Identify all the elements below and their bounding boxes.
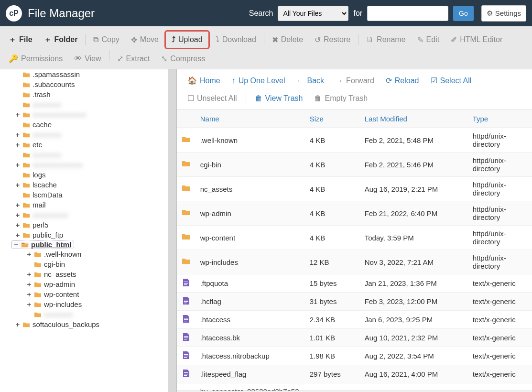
table-row[interactable]: .ftpquota 15 bytes Jan 21, 2023, 1:36 PM… [177,274,532,293]
table-row[interactable]: .htaccess.nitrobackup 1.98 KB Aug 2, 202… [177,347,532,365]
tree-item-mail[interactable]: +mail [11,200,168,210]
cpanel-logo-icon: cP [6,5,22,22]
new-folder-button[interactable]: ＋Folder [38,31,84,49]
minus-icon[interactable]: − [13,240,20,249]
permissions-button[interactable]: 🔑Permissions [3,50,68,67]
rename-button[interactable]: 🗎Rename [360,32,411,48]
forward-button[interactable]: →Forward [330,74,380,88]
tree-item--well-known[interactable]: +.well-known [23,249,168,259]
view-trash-button[interactable]: 🗑View Trash [249,91,309,106]
plus-icon[interactable]: + [14,320,21,328]
new-file-button[interactable]: ＋File [3,31,38,49]
table-row[interactable]: wp-content 4 KB Today, 3:59 PM httpd/uni… [177,226,532,250]
tree-item-etc[interactable]: +etc [11,140,168,150]
search-scope-select[interactable]: All Your Files [278,6,348,21]
cell-type: text/x-generic [469,383,532,391]
tree-item-perl5[interactable]: +perl5 [11,220,168,230]
reload-icon: ⟳ [386,76,392,85]
table-row[interactable]: nc_assets 4 KB Aug 16, 2019, 2:21 PM htt… [177,177,532,201]
plus-icon[interactable]: + [14,181,21,189]
move-button[interactable]: ✥Move [125,32,164,48]
plus-icon[interactable]: + [26,290,33,298]
col-icon[interactable] [177,110,196,128]
restore-button[interactable]: ↺Restore [309,32,356,48]
tree-item-xxxxxxxx[interactable]: xxxxxxxx [30,309,168,319]
up-one-level-button[interactable]: ↑Up One Level [226,74,291,88]
upload-button[interactable]: ⤴Upload [164,30,210,49]
tree-item-xxxxxxxxxxxxxxx[interactable]: +xxxxxxxxxxxxxxx [11,109,168,120]
tree-item-xxxxxxxxxxxxxx[interactable]: +xxxxxxxxxxxxxx [11,160,168,170]
plus-icon[interactable]: + [26,280,33,288]
tree-item-xxxxxxxx[interactable]: xxxxxxxx [18,99,168,109]
settings-button[interactable]: ⚙ Settings [481,5,526,22]
home-button[interactable]: 🏠Home [182,73,226,88]
table-row[interactable]: .htaccess 2.34 KB Jan 6, 2023, 9:25 PM t… [177,311,532,329]
empty-trash-button[interactable]: 🗑Empty Trash [308,91,373,106]
table-row[interactable]: cgi-bin 4 KB Feb 2, 2021, 5:46 PM httpd/… [177,152,532,177]
cell-type: httpd/unix-directory [469,177,532,201]
table-row[interactable]: .htaccess.bk 1.01 KB Aug 10, 2021, 2:32 … [177,329,532,347]
tree-item-logs[interactable]: logs [18,170,168,180]
tree-item-nc-assets[interactable]: +nc_assets [23,269,168,279]
download-button[interactable]: ⤵Download [210,32,262,48]
tree-item--subaccounts[interactable]: .subaccounts [18,79,168,89]
tree-item--spamassassin[interactable]: .spamassassin [18,69,168,79]
tree-item-cgi-bin[interactable]: cgi-bin [30,259,168,269]
col-name[interactable]: Name [196,110,306,128]
table-row[interactable]: .litespeed_flag 297 bytes Aug 16, 2021, … [177,365,532,383]
table-row[interactable]: .hcflag 31 bytes Feb 3, 2023, 12:00 PM t… [177,293,532,311]
tree-item-public-ftp[interactable]: +public_ftp [11,230,168,240]
cell-name: nc_assets [196,177,306,201]
plus-icon[interactable]: + [14,201,21,209]
plus-icon[interactable]: + [14,131,21,139]
tree-item-cache[interactable]: cache [18,120,168,130]
table-row[interactable]: wp-includes 12 KB Nov 3, 2022, 7:21 AM h… [177,250,532,274]
plus-icon[interactable]: + [26,300,33,308]
tree-item--trash[interactable]: .trash [18,89,168,99]
tree-item-lscache[interactable]: +lscache [11,180,168,190]
tree-item-xxxxxxxxxx[interactable]: +xxxxxxxxxx [11,210,168,220]
plus-icon[interactable]: + [26,270,33,278]
col-size[interactable]: Size [306,110,361,128]
copy-button[interactable]: ⧉Copy [87,32,125,48]
col-type[interactable]: Type [469,110,532,128]
tree-item-wp-content[interactable]: +wp-content [23,289,168,299]
cell-size: 2.34 KB [306,311,361,329]
cell-size: 4 KB [306,128,361,152]
plus-icon[interactable]: + [14,231,21,239]
app-header: cP File Manager Search All Your Files fo… [0,0,532,26]
tree-item-xxxxxxxx[interactable]: xxxxxxxx [18,150,168,160]
back-button[interactable]: ←Back [291,74,330,88]
panel-divider[interactable] [168,69,177,392]
cell-name: .ftpquota [196,274,306,293]
compress-button[interactable]: ⤡Compress [155,50,211,67]
tree-item-softaculous-backups[interactable]: +softaculous_backups [11,319,168,329]
table-row[interactable]: .well-known 4 KB Feb 2, 2021, 5:48 PM ht… [177,128,532,152]
table-row[interactable]: wp-admin 4 KB Feb 21, 2022, 6:40 PM http… [177,201,532,226]
tree-item-public-html[interactable]: −public_html [11,240,74,249]
plus-icon[interactable]: + [14,211,21,219]
plus-icon[interactable]: + [14,141,21,149]
tree-item-lscmdata[interactable]: lscmData [18,190,168,200]
unselect-all-button[interactable]: ☐Unselect All [182,91,243,106]
extract-button[interactable]: ⤢Extract [111,50,156,67]
col-modified[interactable]: Last Modified [361,110,469,128]
tree-item-xxxxxxxx[interactable]: +xxxxxxxx [11,130,168,140]
html-editor-button[interactable]: ✐HTML Editor [445,32,508,48]
plus-icon[interactable]: + [14,161,21,169]
plus-icon[interactable]: + [26,250,33,258]
search-input[interactable] [367,6,448,21]
plus-icon[interactable]: + [14,110,21,119]
tree-item-wp-admin[interactable]: +wp-admin [23,279,168,289]
view-button[interactable]: 👁View [68,50,107,67]
tree-item-wp-includes[interactable]: +wp-includes [23,299,168,309]
delete-button[interactable]: ✖Delete [266,32,309,48]
edit-button[interactable]: ✎Edit [412,32,445,48]
reload-button[interactable]: ⟳Reload [380,73,425,88]
plus-icon[interactable]: + [14,221,21,229]
file-panel: 🏠Home ↑Up One Level ←Back →Forward ⟳Relo… [177,69,532,392]
cell-modified: Jan 6, 2023, 9:25 PM [361,311,469,329]
select-all-button[interactable]: ☑Select All [425,73,478,88]
go-button[interactable]: Go [453,6,474,21]
table-row[interactable]: bv_connector_08620ed0b7e5327e48048483c5f… [177,383,532,391]
